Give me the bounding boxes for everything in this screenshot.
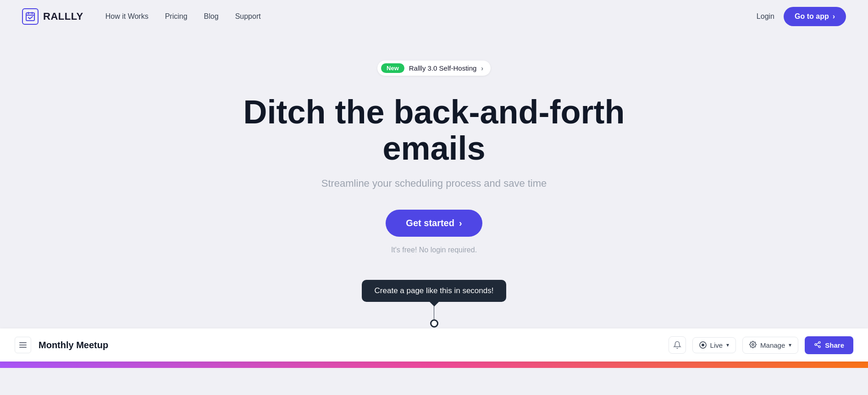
demo-preview-section: Create a page like this in seconds! Mont… [0, 280, 868, 368]
goto-app-arrow: › [833, 12, 835, 21]
nav-link-blog[interactable]: Blog [204, 12, 219, 21]
nav-link-support[interactable]: Support [235, 12, 261, 21]
hero-subtitle: Streamline your scheduling process and s… [321, 178, 547, 189]
svg-rect-0 [26, 13, 34, 21]
free-text: It's free! No login required. [391, 246, 477, 254]
svg-line-13 [817, 345, 819, 346]
login-button[interactable]: Login [757, 12, 774, 21]
live-label: Live [710, 341, 723, 349]
demo-bar-left: Monthly Meetup [15, 337, 108, 353]
demo-gradient-bar [0, 362, 868, 368]
demo-tooltip: Create a page like this in seconds! [362, 280, 507, 302]
demo-bar-right: Live ▾ Manage ▾ [669, 336, 853, 354]
svg-point-10 [818, 341, 820, 343]
live-icon [699, 341, 707, 349]
get-started-label: Get started [406, 218, 454, 228]
hero-section: New Rallly 3.0 Self-Hosting › Ditch the … [0, 33, 868, 368]
navbar-right: Login Go to app › [757, 7, 846, 26]
get-started-arrow: › [459, 218, 462, 228]
live-button[interactable]: Live ▾ [692, 337, 736, 353]
get-started-button[interactable]: Get started › [386, 210, 482, 237]
navbar: RALLLY How it Works Pricing Blog Support… [0, 0, 868, 33]
svg-point-9 [752, 344, 754, 345]
logo[interactable]: RALLLY [22, 8, 83, 25]
demo-connector-dot [430, 319, 438, 328]
new-badge-banner[interactable]: New Rallly 3.0 Self-Hosting › [377, 61, 491, 76]
share-label: Share [825, 341, 844, 349]
hero-title: Ditch the back-and-forth emails [228, 94, 641, 167]
manage-chevron-icon: ▾ [789, 342, 791, 348]
new-badge-text: Rallly 3.0 Self-Hosting [409, 64, 477, 72]
svg-rect-5 [19, 345, 27, 345]
goto-app-button[interactable]: Go to app › [784, 7, 846, 26]
nav-link-pricing[interactable]: Pricing [165, 12, 188, 21]
gear-icon [749, 341, 757, 350]
nav-link-how-it-works[interactable]: How it Works [105, 12, 149, 21]
new-badge: New [381, 63, 404, 73]
navbar-left: RALLLY How it Works Pricing Blog Support [22, 8, 261, 25]
manage-label: Manage [760, 341, 785, 349]
bell-button[interactable] [669, 336, 686, 354]
logo-text: RALLLY [43, 11, 83, 22]
svg-point-8 [702, 344, 704, 346]
svg-line-14 [817, 343, 819, 344]
nav-links: How it Works Pricing Blog Support [105, 12, 261, 21]
demo-event-title: Monthly Meetup [39, 340, 108, 350]
svg-rect-4 [19, 342, 27, 343]
new-badge-arrow-icon: › [481, 65, 483, 72]
logo-icon [22, 8, 39, 25]
demo-app-bar: Monthly Meetup Live [0, 328, 868, 362]
manage-button[interactable]: Manage ▾ [742, 337, 798, 354]
svg-point-11 [815, 344, 817, 345]
live-chevron-icon: ▾ [726, 342, 729, 348]
svg-point-12 [818, 346, 820, 348]
share-icon [814, 341, 821, 350]
svg-rect-6 [19, 347, 27, 348]
menu-icon[interactable] [15, 337, 31, 353]
share-button[interactable]: Share [805, 336, 853, 354]
goto-app-label: Go to app [795, 12, 829, 21]
